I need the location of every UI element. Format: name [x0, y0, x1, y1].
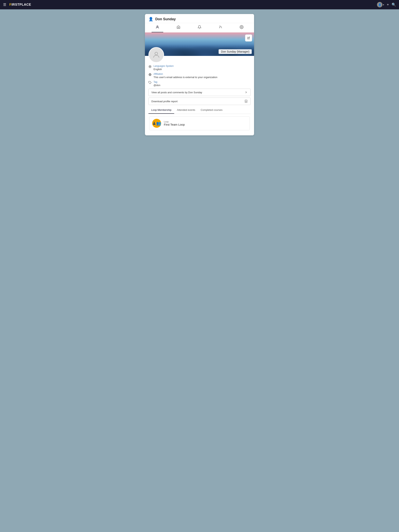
- hamburger-menu-icon[interactable]: ☰: [3, 3, 6, 7]
- nav-dropdown-arrow: ▾: [383, 4, 384, 6]
- app-logo: FIRSTPLACE: [9, 3, 31, 7]
- nav-avatar[interactable]: 👤: [377, 2, 382, 7]
- attended-events-tab[interactable]: Attended events: [174, 107, 198, 114]
- profile-card: 👤 Don Sunday: [145, 14, 254, 135]
- tag-value: @don: [154, 84, 160, 87]
- download-file-icon: [245, 100, 248, 103]
- svg-point-4: [150, 66, 150, 67]
- download-profile-button[interactable]: Download profile report: [148, 98, 251, 105]
- loop-tabs: Loop Membership Attended events Complete…: [148, 107, 251, 114]
- view-posts-button[interactable]: View all posts and comments by Don Sunda…: [148, 89, 251, 96]
- svg-point-2: [155, 52, 158, 55]
- view-posts-label: View all posts and comments by Don Sunda…: [151, 91, 202, 94]
- tab-settings[interactable]: [236, 23, 247, 32]
- svg-point-1: [241, 27, 242, 28]
- tab-feed[interactable]: [215, 23, 226, 32]
- loop-avatar: 👥: [152, 119, 161, 128]
- search-icon[interactable]: 🔍: [392, 3, 396, 7]
- avatar-icon: [152, 51, 160, 59]
- tab-home[interactable]: [173, 23, 184, 32]
- languages-content: Languages Spoken English: [154, 65, 174, 71]
- pencil-icon: [247, 37, 250, 39]
- profile-tabs: [145, 23, 254, 32]
- home-tab-icon: [176, 25, 180, 29]
- svg-point-0: [157, 26, 158, 27]
- avatar: [148, 47, 164, 63]
- bell-tab-icon: [198, 25, 201, 29]
- loop-name: First Team Loop: [164, 123, 185, 126]
- profile-tab-icon: [155, 25, 159, 29]
- completed-courses-tab[interactable]: Completed courses: [198, 107, 225, 114]
- tab-profile[interactable]: [152, 23, 163, 32]
- label-icon: [148, 81, 152, 84]
- globe-icon: [148, 73, 152, 76]
- svg-point-8: [154, 122, 155, 123]
- logo-f: F: [9, 3, 12, 6]
- user-header-icon: 👤: [148, 17, 153, 21]
- avatar-wrapper: [148, 47, 164, 63]
- loop-info: Loop First Team Loop: [164, 120, 185, 126]
- loop-label: Loop: [164, 120, 185, 123]
- tag-label: Tag: [154, 81, 160, 83]
- profile-info: Languages Spoken English Affiliation Thi…: [145, 63, 254, 135]
- feed-tab-icon: [219, 25, 223, 29]
- languages-label: Languages Spoken: [154, 65, 174, 67]
- edit-profile-button[interactable]: [245, 34, 252, 41]
- languages-row: Languages Spoken English: [148, 65, 251, 71]
- settings-tab-icon: [240, 25, 244, 29]
- chevron-right-icon: [245, 91, 248, 94]
- affiliation-label: Affiliation: [154, 73, 217, 75]
- affiliation-row: Affiliation This user's email address is…: [148, 73, 251, 79]
- languages-icon: [148, 65, 152, 69]
- loop-item[interactable]: 👥 Loop First Team Loop: [149, 116, 250, 130]
- tab-notifications[interactable]: [194, 23, 205, 32]
- languages-value: English: [154, 68, 174, 71]
- tag-row: Tag @don: [148, 81, 251, 87]
- card-header-name: Don Sunday: [155, 17, 176, 21]
- name-badge: Don Sunday (Manager): [219, 49, 252, 54]
- loop-membership-tab[interactable]: Loop Membership: [148, 107, 174, 114]
- circle-dot-icon: [148, 65, 152, 68]
- download-label: Download profile report: [151, 100, 178, 103]
- top-navigation: ☰ FIRSTPLACE 👤 ▾ + 🔍: [0, 0, 399, 9]
- page-content: 👤 Don Sunday: [0, 9, 399, 140]
- affiliation-content: Affiliation This user's email address is…: [154, 73, 217, 79]
- affiliation-icon: [148, 73, 152, 77]
- tag-icon: [148, 81, 152, 85]
- card-header: 👤 Don Sunday: [145, 14, 254, 23]
- nav-avatar-icon: 👤: [378, 3, 381, 6]
- add-icon[interactable]: +: [387, 3, 389, 7]
- tag-content: Tag @don: [154, 81, 160, 87]
- loop-avatar-icon: [152, 121, 156, 126]
- affiliation-value: This user's email address is external to…: [154, 76, 217, 79]
- user-avatar-nav[interactable]: 👤 ▾: [377, 2, 384, 7]
